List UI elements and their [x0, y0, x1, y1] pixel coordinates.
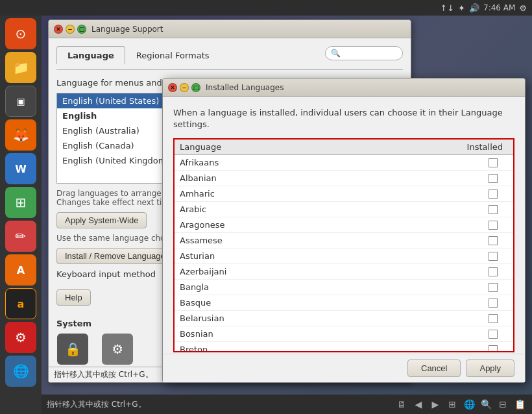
lang-support-titlebar: ✕ − □ Language Support [49, 20, 411, 38]
taskbar-search-icon[interactable]: 🔍 [479, 397, 493, 411]
power-icon: ⚙ [519, 3, 527, 13]
table-row[interactable]: Belarusian [175, 311, 513, 326]
taskbar-globe-icon[interactable]: 🌐 [462, 397, 476, 411]
table-row[interactable]: Breton [175, 342, 513, 352]
install-checkbox[interactable] [489, 330, 498, 339]
dialog-title: Installed Languages [206, 83, 284, 92]
help-button[interactable]: Help [56, 289, 91, 306]
taskbar-apps-icon[interactable]: ⊞ [445, 397, 459, 411]
dialog-window-controls: ✕ − □ [168, 83, 200, 92]
lang-name: Assamese [180, 236, 456, 245]
taskbar-network-icon[interactable]: 🖥 [394, 397, 409, 411]
backups-icon: 🔒 [57, 334, 88, 365]
install-checkbox[interactable] [489, 236, 498, 245]
cancel-button[interactable]: Cancel [407, 359, 461, 377]
lang-name: Basque [180, 298, 456, 308]
lang-checkbox-cell[interactable] [456, 298, 508, 308]
install-checkbox[interactable] [489, 158, 498, 167]
firefox-icon: 🦊 [13, 127, 29, 143]
sidebar-item-calc[interactable]: ⊞ [5, 187, 36, 218]
install-checkbox[interactable] [489, 345, 498, 353]
lang-checkbox-cell[interactable] [456, 314, 508, 323]
lang-checkbox-cell[interactable] [456, 221, 508, 230]
sidebar-item-appstore[interactable]: A [5, 254, 36, 286]
lang-checkbox-cell[interactable] [456, 236, 508, 245]
lang-checkbox-cell[interactable] [456, 345, 508, 353]
sidebar-item-terminal[interactable]: ▣ [5, 86, 36, 117]
dialog-maximize-button[interactable]: □ [191, 83, 200, 92]
column-language: Language [180, 142, 456, 152]
table-row[interactable]: Aragonese [175, 217, 513, 233]
sidebar-item-writer[interactable]: W [5, 153, 36, 184]
install-checkbox[interactable] [489, 189, 498, 199]
lang-name: Bangla [180, 282, 456, 292]
lang-name: Belarusian [180, 313, 456, 323]
volume-icon: 🔊 [469, 3, 479, 13]
status-hint-text: 指针移入其中或按 Ctrl+G。 [47, 399, 146, 410]
tab-regional-formats[interactable]: Regional Formats [125, 46, 221, 64]
window-controls: ✕ − □ [54, 25, 86, 34]
column-installed: Installed [456, 142, 508, 152]
dialog-description: When a language is installed, individual… [173, 107, 514, 130]
keyboard-input-label: Keyboard input method [56, 269, 156, 279]
status-text: 指针移入其中或按 Ctrl+G。 [54, 369, 153, 380]
sidebar-item-files[interactable]: 📁 [5, 52, 36, 83]
taskbar-grid-icon[interactable]: ⊟ [496, 397, 510, 411]
lang-checkbox-cell[interactable] [456, 158, 508, 167]
sidebar-item-browser[interactable]: 🌐 [5, 356, 36, 387]
install-checkbox[interactable] [489, 267, 498, 276]
table-row[interactable]: Bangla [175, 280, 513, 295]
details-icon: ⚙ [102, 334, 133, 365]
table-row[interactable]: Bosnian [175, 326, 513, 342]
lang-checkbox-cell[interactable] [456, 252, 508, 261]
close-button[interactable]: ✕ [54, 25, 63, 34]
install-checkbox[interactable] [489, 314, 498, 323]
apply-system-wide-button[interactable]: Apply System-Wide [56, 212, 147, 228]
table-row[interactable]: Azerbaijani [175, 264, 513, 280]
table-row[interactable]: Afrikaans [175, 155, 513, 171]
sidebar-item-firefox[interactable]: 🦊 [5, 119, 36, 151]
install-checkbox[interactable] [489, 221, 498, 230]
lang-support-title: Language Support [91, 25, 163, 34]
taskbar-prev-icon[interactable]: ◀ [411, 397, 426, 411]
sidebar-item-settings[interactable]: ⚙ [5, 322, 36, 353]
install-checkbox[interactable] [489, 298, 498, 308]
lang-checkbox-cell[interactable] [456, 330, 508, 339]
taskbar-next-icon[interactable]: ▶ [428, 397, 442, 411]
taskbar-note-icon[interactable]: 📋 [513, 397, 527, 411]
table-row[interactable]: Arabic [175, 202, 513, 217]
apply-button[interactable]: Apply [466, 359, 514, 377]
install-checkbox[interactable] [489, 205, 498, 214]
tab-language[interactable]: Language [56, 46, 125, 64]
lang-checkbox-cell[interactable] [456, 283, 508, 292]
table-row[interactable]: Assamese [175, 233, 513, 249]
lang-checkbox-cell[interactable] [456, 189, 508, 199]
lang-checkbox-cell[interactable] [456, 267, 508, 276]
install-checkbox[interactable] [489, 174, 498, 183]
lang-name: Bosnian [180, 329, 456, 339]
dialog-close-button[interactable]: ✕ [168, 83, 177, 92]
table-row[interactable]: Basque [175, 295, 513, 311]
maximize-button[interactable]: □ [77, 25, 86, 34]
network-icon: ↑↓ [440, 3, 454, 13]
dialog-minimize-button[interactable]: − [180, 83, 189, 92]
dialog-button-row: Cancel Apply [163, 354, 525, 382]
table-row[interactable]: Albanian [175, 171, 513, 186]
table-row[interactable]: Asturian [175, 249, 513, 264]
minimize-button[interactable]: − [66, 25, 75, 34]
browser-icon: 🌐 [13, 363, 29, 379]
appstore-icon: A [17, 264, 25, 276]
lang-checkbox-cell[interactable] [456, 205, 508, 214]
table-row[interactable]: Amharic [175, 186, 513, 202]
install-checkbox[interactable] [489, 252, 498, 261]
lang-checkbox-cell[interactable] [456, 174, 508, 183]
lang-name: Afrikaans [180, 158, 456, 167]
install-checkbox[interactable] [489, 283, 498, 292]
draw-icon: ✏ [16, 228, 27, 244]
search-input[interactable] [325, 46, 403, 60]
dialog-titlebar: ✕ − □ Installed Languages [163, 79, 525, 97]
sidebar-item-ubuntu[interactable]: ⊙ [5, 18, 36, 49]
sidebar-item-draw[interactable]: ✏ [5, 221, 36, 252]
files-icon: 📁 [13, 60, 29, 75]
sidebar-item-amazon[interactable]: a [5, 288, 36, 319]
